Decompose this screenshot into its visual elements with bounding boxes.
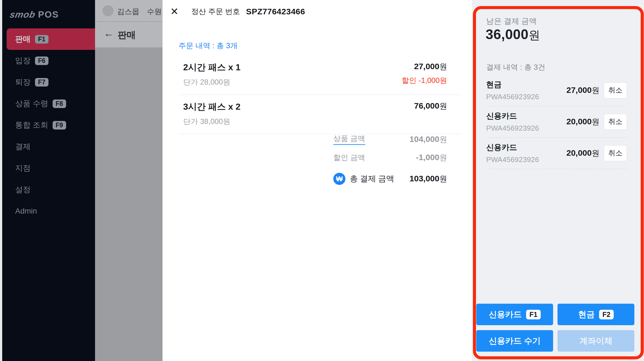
pos-app: smobPOS 판매 F1 입장 F6 퇴장 F7 상품 수령 F8 통합 조회… [0,0,644,361]
order-item-list: 2시간 패스 x 1 단가 28,000원 27,000원 할인 -1,000원… [178,56,461,134]
hotkey-badge: F9 [53,121,66,130]
sidebar-item-label: Admin [15,207,37,215]
payment-row: 현금 PWA456923926 27,000원 취소 [486,75,627,106]
payment-history-count: 결제 내역 : 총 3건 [486,62,545,72]
payment-method: 신용카드 [486,142,566,153]
payment-method: 현금 [486,79,566,90]
sidebar-item-entry[interactable]: 입장 F6 [2,50,95,71]
payment-reference: PWA456923926 [486,124,566,133]
bank-transfer-button[interactable]: 계좌이체 [558,330,634,352]
page-title: 판매 [118,29,136,41]
item-amount: 76,000원 [414,101,447,111]
payment-reference: PWA456923926 [486,93,566,101]
app-logo: smobPOS [10,9,59,20]
settlement-modal: ✕ 정산 주문 번호 SPZ776423466 주문 내역 : 총 3개 2시간… [163,0,472,361]
total-payment-row: ₩ 총 결제 금액 103,000원 [333,173,447,185]
payment-row: 신용카드 PWA456923926 20,000원 취소 [486,106,627,138]
sidebar-nav: 판매 F1 입장 F6 퇴장 F7 상품 수령 F8 통합 조회 F9 결제 [2,28,95,222]
payment-amount: 20,000원 [566,117,599,127]
payment-reference: PWA456923926 [486,155,566,164]
sidebar-item-branch[interactable]: 지점 [2,157,95,179]
window-edge [0,0,2,361]
close-icon[interactable]: ✕ [170,6,179,17]
payment-amount: 20,000원 [566,148,599,158]
payment-amount: 27,000원 [566,85,599,96]
product-amount-label[interactable]: 상품 금액 [333,134,365,145]
item-name: 2시간 패스 x 1 [183,61,240,74]
total-payment-label: 총 결제 금액 [350,173,394,184]
cash-button[interactable]: 현금 F2 [558,304,634,325]
payment-panel: 남은 결제 금액 36,000원 결제 내역 : 총 3건 현금 PWA4569… [472,0,644,361]
sidebar-item-integrated-search[interactable]: 통합 조회 F9 [2,114,95,136]
payment-method: 신용카드 [486,111,566,121]
cancel-payment-button[interactable]: 취소 [604,82,627,98]
sidebar-item-sales[interactable]: 판매 F1 [7,28,95,50]
credit-card-button[interactable]: 신용카드 F1 [476,304,553,325]
won-currency-icon: ₩ [333,173,345,185]
payment-method-buttons: 신용카드 F1 현금 F2 신용카드 수기 계좌이체 [476,304,634,352]
hotkey-badge: F6 [35,56,48,65]
sidebar-item-label: 입장 [15,55,31,66]
product-amount-row: 상품 금액 104,000원 [333,134,447,145]
order-item-row: 2시간 패스 x 1 단가 28,000원 27,000원 할인 -1,000원 [178,56,461,95]
credit-card-manual-button[interactable]: 신용카드 수기 [476,330,553,352]
sidebar-item-label: 결제 [15,141,31,152]
sidebar-item-label: 상품 수령 [15,98,48,109]
sidebar-item-label: 지점 [15,163,31,173]
sidebar: smobPOS 판매 F1 입장 F6 퇴장 F7 상품 수령 F8 통합 조회… [2,0,95,361]
branch-name[interactable]: 수원점 [147,7,163,17]
order-number-value: SPZ776423466 [246,7,305,16]
item-name: 3시간 패스 x 2 [183,101,240,113]
modal-header: ✕ 정산 주문 번호 SPZ776423466 [170,6,305,17]
cancel-payment-button[interactable]: 취소 [604,145,627,161]
top-bar: 김스몹 수원점 [95,0,163,21]
page-header: ← 판매 [95,22,163,47]
remaining-amount-label: 남은 결제 금액 [486,16,537,26]
hotkey-badge: F8 [53,99,66,108]
hotkey-badge: F1 [526,310,541,319]
item-discount: 할인 -1,000원 [402,76,447,85]
sidebar-item-label: 판매 [15,34,31,44]
total-payment-value: 103,000원 [410,174,447,184]
item-amount: 27,000원 [402,61,447,72]
order-number-label: 정산 주문 번호 [191,7,240,17]
hotkey-badge: F1 [35,35,48,44]
logo-pos-text: POS [38,9,59,20]
user-name[interactable]: 김스몹 [117,7,139,17]
payment-history-list: 현금 PWA456923926 27,000원 취소 신용카드 PWA45692… [486,75,627,169]
sidebar-item-label: 설정 [15,184,31,195]
remaining-amount-value: 36,000원 [486,26,540,43]
cancel-payment-button[interactable]: 취소 [604,114,627,130]
discount-amount-label: 할인 금액 [333,153,365,163]
order-item-row: 3시간 패스 x 2 단가 38,000원 76,000원 [178,95,461,134]
dimmed-background-page: 김스몹 수원점 ← 판매 [95,0,163,361]
sidebar-item-label: 퇴장 [15,77,31,87]
product-amount-value: 104,000원 [410,134,447,145]
item-unit-price: 단가 38,000원 [183,117,240,126]
user-avatar[interactable] [102,5,113,16]
hotkey-badge: F7 [35,78,48,87]
item-unit-price: 단가 28,000원 [183,77,240,87]
sidebar-item-product-pickup[interactable]: 상품 수령 F8 [2,93,95,114]
sidebar-item-admin[interactable]: Admin [2,200,95,222]
sidebar-item-payment[interactable]: 결제 [2,136,95,157]
order-summary-count: 주문 내역 : 총 3개 [178,41,238,51]
payment-row: 신용카드 PWA456923926 20,000원 취소 [486,138,627,169]
sidebar-item-settings[interactable]: 설정 [2,179,95,200]
totals-summary: 상품 금액 104,000원 할인 금액 -1,000원 ₩ 총 결제 금액 1… [333,134,447,185]
logo-script: smob [9,9,36,20]
discount-amount-value: -1,000원 [416,152,447,163]
discount-amount-row: 할인 금액 -1,000원 [333,152,447,163]
hotkey-badge: F2 [599,310,614,319]
sidebar-item-label: 통합 조회 [15,120,48,130]
back-arrow-icon[interactable]: ← [104,28,114,38]
sidebar-item-exit[interactable]: 퇴장 F7 [2,71,95,93]
